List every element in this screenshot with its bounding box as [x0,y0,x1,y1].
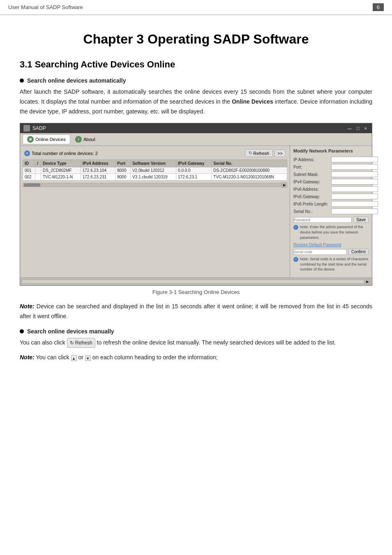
sadp-toolbar: ● Total number of online devices: 2 ↻ Re… [23,148,287,158]
devices-table: ID / Device Type IPv4 Address Port Softw… [23,160,287,180]
cell-slash-002 [35,174,41,180]
menu-about[interactable]: i About [71,135,99,144]
note-password: i Note: Enter the admin password of the … [293,224,369,240]
subsection-auto-header: Search online devices automatically [20,77,372,84]
table-header-row: ID / Device Type IPv4 Address Port Softw… [23,160,287,167]
input-ipv6-address[interactable] [331,186,378,192]
globe-icon: ⊕ [27,136,34,143]
sadp-app-icon [23,125,30,132]
subsection-auto-label: Search online devices automatically [27,77,126,84]
sadp-window-title: SADP [32,125,46,131]
note1-icon: i [293,225,298,230]
horizontal-scrollbar-main[interactable] [22,280,364,284]
manual-paragraph: You can also click ↻ Refresh to refresh … [20,338,372,348]
field-subnet-mask: Subnet Mask: [293,171,369,177]
table-header: ID / Device Type IPv4 Address Port Softw… [23,160,287,167]
auto-paragraph: After launch the SADP software, it autom… [20,87,372,116]
doc-header: User Manual of SADP Software 6 [0,0,392,15]
serial-code-input[interactable] [293,249,347,255]
field-ipv6-prefix: IPv6 Prefix Length: [293,201,369,207]
scroll-right-btn[interactable]: ▶ [281,182,287,188]
password-row: Save [293,217,369,223]
bottom-scrollbar-area: ▶ [20,278,372,285]
close-button[interactable]: × [363,126,369,131]
input-subnet-mask[interactable] [331,171,378,177]
cell-port-002: 8000 [115,174,131,180]
refresh-button[interactable]: ↻ Refresh [245,149,273,157]
field-ip-address: IP Address: [293,157,369,162]
save-button[interactable]: Save [353,217,369,223]
menu-online-devices-label: Online Devices [35,137,66,142]
field-label-ipv4-gw: IPv4 Gateway: [293,180,330,184]
cell-port-001: 8000 [115,167,131,174]
col-header-device-type: Device Type [41,160,81,167]
inline-refresh-label: Refresh [75,339,92,347]
cell-sw-001: V2.0build 120312 [130,167,176,174]
cell-id-002: 002 [23,174,35,180]
field-ipv6-gateway: IPv6 Gateway: [293,194,369,199]
field-label-ip: IP Address: [293,157,330,162]
field-port: Port: [293,164,369,170]
col-header-software: Software Version [130,160,176,167]
subsection-manual-header: Search online devices manually [20,328,372,335]
sadp-left-panel: ● Total number of online devices: 2 ↻ Re… [20,146,290,278]
subsection-manual-label: Search online devices manually [27,328,114,335]
maximize-button[interactable]: □ [355,126,361,131]
panel-title: Modify Network Parameters [293,148,369,153]
note1-text: Note: Enter the admin password of the de… [300,224,369,240]
cell-id-001: 001 [23,167,35,174]
input-serial-no[interactable] [331,208,378,214]
password-input[interactable] [293,217,352,223]
bullet-dot-manual [20,329,24,333]
scroll-indicator: ▶ [364,279,370,284]
doc-header-title: User Manual of SADP Software [8,4,83,10]
cell-serial-002: TVC-M1220-1-N012001201068N [212,174,287,180]
cell-serial-001: DS-2CD802F-E002008100880 [212,167,287,174]
menu-about-label: About [83,137,95,142]
input-ip-address[interactable] [331,157,378,162]
up-arrow-icon: ▲ [71,355,77,361]
cell-gw-002: 172.6.23.1 [176,174,212,180]
main-content: Chapter 3 Operating SADP Software 3.1 Se… [0,15,392,380]
manual-para-after: to refresh the online device list manual… [97,339,336,346]
field-label-ipv6-prefix: IPv6 Prefix Length: [293,202,330,206]
table-body: 001 DS_2CD802MF 172.6.23.104 8000 V2.0bu… [23,167,287,180]
table-row[interactable]: 001 DS_2CD802MF 172.6.23.104 8000 V2.0bu… [23,167,287,174]
bullet-dot-auto [20,79,24,83]
page-number: 6 [373,3,384,11]
sadp-menubar: ⊕ Online Devices i About [20,133,372,146]
minimize-button[interactable]: — [346,126,353,131]
field-label-serial: Serial No.: [293,209,330,214]
col-header-ipv4: IPv4 Address [81,160,115,167]
input-ipv4-gateway[interactable] [331,179,378,185]
cell-ipv4-002: 172.6.23.231 [81,174,115,180]
inline-refresh-button[interactable]: ↻ Refresh [67,338,95,348]
table-row[interactable]: 002 TVC-M1220-1-N 172.6.23.231 8000 V3.1… [23,174,287,180]
menu-online-devices[interactable]: ⊕ Online Devices [23,134,70,144]
note2-icon: i [293,257,298,262]
input-port[interactable] [331,164,378,170]
field-serial: Serial No.: [293,208,369,214]
note-auto-bold: Note: [20,303,35,310]
col-header-port: Port [115,160,131,167]
note-manual-text1: You can click [35,354,71,361]
field-label-ipv6-addr: IPv6 Address: [293,187,330,192]
restore-password-link[interactable]: Restore Default Password [293,243,369,247]
input-ipv6-prefix[interactable] [331,201,378,207]
confirm-button[interactable]: Confirm [348,249,369,255]
expand-button[interactable]: >> [274,150,286,157]
sadp-window: SADP — □ × ⊕ Online Devices i About [20,123,372,286]
toolbar-right: ↻ Refresh >> [245,149,286,157]
serial-code-row: Confirm [293,249,369,255]
section-3-1-title: 3.1 Searching Active Devices Online [20,59,372,70]
sadp-body: ● Total number of online devices: 2 ↻ Re… [20,146,372,278]
cell-ipv4-001: 172.6.23.104 [81,167,115,174]
total-devices-info: ● Total number of online devices: 2 [24,150,98,156]
inline-refresh-icon: ↻ [70,339,74,347]
sadp-window-controls[interactable]: — □ × [346,126,369,131]
input-ipv6-gateway[interactable] [331,194,378,199]
cell-slash-001 [35,167,41,174]
field-ipv4-gateway: IPv4 Gateway: [293,179,369,185]
horizontal-scrollbar[interactable] [23,183,281,187]
note-manual-bold: Note: [20,354,35,361]
